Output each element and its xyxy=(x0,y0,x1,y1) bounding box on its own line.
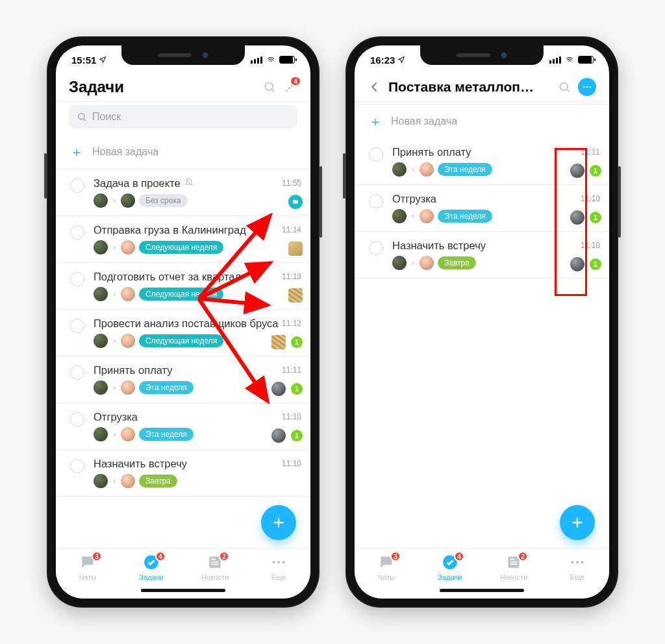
home-indicator xyxy=(440,589,524,592)
task-row[interactable]: Отправка груза в Калининград›Следующая н… xyxy=(56,216,310,263)
phone-left: 15:51 Задачи 4 Поиск ＋ xyxy=(47,36,320,608)
avatar xyxy=(121,474,135,488)
avatar xyxy=(121,240,135,254)
svg-point-17 xyxy=(560,82,568,90)
avatar xyxy=(94,380,108,395)
task-row[interactable]: Отгрузка›Эта неделя11:101 xyxy=(355,185,609,232)
task-list: ＋ Новая задача Принять оплату›Эта неделя… xyxy=(355,101,609,548)
tab-label: Еще xyxy=(271,573,286,581)
task-time: 11:10 xyxy=(581,241,600,250)
tab-more[interactable]: Еще xyxy=(546,554,609,599)
plus-icon xyxy=(271,515,286,530)
chevron-icon: › xyxy=(412,258,414,267)
wifi-icon xyxy=(266,56,276,64)
more-icon xyxy=(270,554,287,571)
unread-badge: 1 xyxy=(590,212,601,223)
task-checkbox[interactable] xyxy=(70,365,84,380)
task-row[interactable]: Назначить встречу›Завтра11:10 xyxy=(56,450,310,497)
avatar xyxy=(121,287,135,301)
notifications-icon[interactable]: 4 xyxy=(283,80,297,94)
chevron-icon: › xyxy=(113,430,116,439)
svg-point-10 xyxy=(272,561,275,564)
task-row[interactable]: Отгрузка›Эта неделя11:101 xyxy=(56,403,310,450)
tab-badge: 2 xyxy=(518,551,528,562)
tab-more[interactable]: Еще xyxy=(247,554,310,599)
task-meta: ›Завтра xyxy=(94,474,304,488)
task-title: Принять оплату xyxy=(94,364,304,377)
new-task-button[interactable]: ＋ Новая задача xyxy=(56,135,310,169)
tab-chats[interactable]: Чаты3 xyxy=(56,554,119,599)
task-title: Задача в проекте xyxy=(94,177,304,190)
search-icon[interactable] xyxy=(557,80,571,94)
unread-badge: 1 xyxy=(590,258,601,270)
avatar xyxy=(94,427,108,441)
task-row[interactable]: Принять оплату›Эта неделя11:111 xyxy=(355,138,609,185)
avatar xyxy=(121,193,135,208)
avatar xyxy=(420,209,434,223)
avatar xyxy=(94,334,108,348)
task-title: Принять оплату xyxy=(392,146,603,158)
chevron-icon: › xyxy=(113,477,116,486)
task-checkbox[interactable] xyxy=(70,225,84,240)
notch xyxy=(420,45,544,65)
task-checkbox[interactable] xyxy=(70,319,84,333)
tab-chats[interactable]: Чаты3 xyxy=(355,554,418,599)
task-checkbox[interactable] xyxy=(369,147,383,162)
svg-point-19 xyxy=(586,86,588,88)
task-time: 11:10 xyxy=(282,459,301,468)
task-row[interactable]: Провести анализ поставщиков бруса›Следую… xyxy=(56,310,310,356)
phone-right: 16:23 Поставка металлоп… ＋ xyxy=(345,36,618,608)
task-row[interactable]: Задача в проекте›Без срока11:55 xyxy=(56,169,310,216)
deadline-pill: Эта неделя xyxy=(438,210,492,223)
page-title: Задачи xyxy=(69,78,256,96)
task-checkbox[interactable] xyxy=(70,272,84,286)
task-row[interactable]: Принять оплату›Эта неделя11:111 xyxy=(56,356,310,403)
unread-badge: 1 xyxy=(291,336,303,348)
deadline-pill: Следующая неделя xyxy=(139,288,223,301)
new-task-button[interactable]: ＋ Новая задача xyxy=(355,104,609,138)
new-task-label: Новая задача xyxy=(391,116,457,127)
avatar xyxy=(121,427,135,441)
task-row[interactable]: Назначить встречу›Завтра11:101 xyxy=(355,232,609,279)
project-thumb-icon xyxy=(570,257,584,271)
task-checkbox[interactable] xyxy=(70,179,84,193)
fab-add-button[interactable] xyxy=(560,505,595,540)
deadline-pill: Следующая неделя xyxy=(139,241,223,254)
search-placeholder: Поиск xyxy=(92,111,121,123)
app-header: Задачи 4 xyxy=(56,74,310,101)
unread-badge: 1 xyxy=(291,430,303,441)
tab-badge: 4 xyxy=(155,551,166,562)
task-checkbox[interactable] xyxy=(369,241,383,255)
fab-add-button[interactable] xyxy=(261,505,296,540)
task-time: 11:12 xyxy=(282,319,301,328)
task-title: Провести анализ поставщиков бруса xyxy=(94,317,304,330)
notif-badge: 4 xyxy=(290,76,301,86)
svg-point-28 xyxy=(581,561,583,564)
svg-point-11 xyxy=(277,561,280,564)
back-button[interactable] xyxy=(368,80,382,94)
task-checkbox[interactable] xyxy=(369,194,383,208)
page-title: Поставка металлоп… xyxy=(388,79,551,95)
search-icon[interactable] xyxy=(262,80,277,94)
chevron-icon: › xyxy=(113,336,116,345)
tab-label: Новости xyxy=(201,573,229,581)
plus-icon: ＋ xyxy=(369,115,382,128)
svg-rect-9 xyxy=(212,564,219,565)
deadline-pill: Эта неделя xyxy=(139,381,194,394)
task-checkbox[interactable] xyxy=(70,459,84,473)
task-trail: 1 xyxy=(271,428,303,443)
app-header: Поставка металлоп… xyxy=(355,74,609,101)
more-button[interactable] xyxy=(578,78,596,96)
task-row[interactable]: Подготовить отчет за квартал›Следующая н… xyxy=(56,263,310,310)
task-list: ＋ Новая задача Задача в проекте›Без срок… xyxy=(56,135,310,548)
deadline-pill: Эта неделя xyxy=(139,428,194,441)
project-thumb-icon xyxy=(288,288,303,303)
tab-label: Задачи xyxy=(140,573,164,581)
avatar xyxy=(121,334,135,348)
avatar xyxy=(392,256,407,270)
status-time: 16:23 xyxy=(370,55,395,66)
tab-label: Еще xyxy=(570,573,584,581)
task-title: Назначить встречу xyxy=(392,240,603,252)
task-checkbox[interactable] xyxy=(70,412,84,427)
search-input[interactable]: Поиск xyxy=(69,105,297,129)
